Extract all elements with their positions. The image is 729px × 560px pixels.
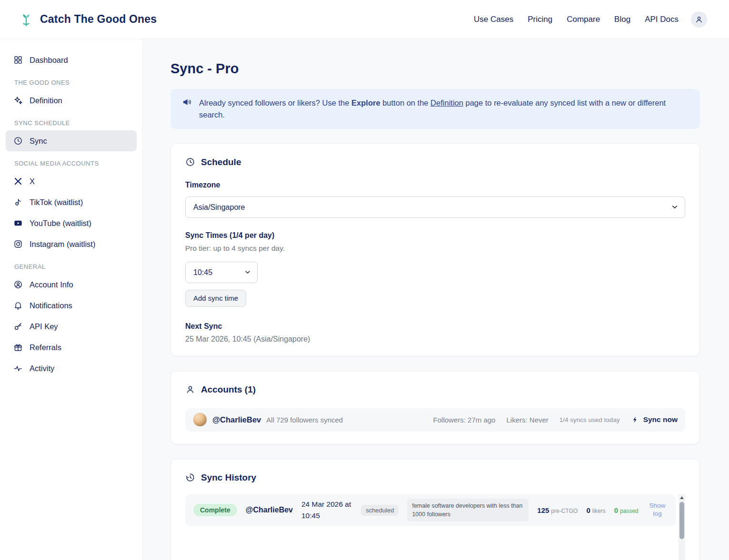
page-title: Sync - Pro bbox=[170, 61, 700, 77]
sidebar-item-label: Definition bbox=[30, 96, 62, 105]
search-query: female software developers with less tha… bbox=[407, 499, 529, 521]
add-sync-time-button[interactable]: Add sync time bbox=[185, 290, 246, 307]
nav-links: Use Cases Pricing Compare Blog API Docs bbox=[474, 15, 679, 24]
brand-title: Catch The Good Ones bbox=[40, 13, 157, 26]
trigger-badge: scheduled bbox=[361, 505, 399, 516]
pre-ctgo-label: pre-CTGO bbox=[551, 508, 578, 514]
show-log-link[interactable]: Show log bbox=[647, 502, 668, 518]
history-row: Complete @CharlieBev 24 Mar 2026 at 10:4… bbox=[185, 494, 676, 526]
sidebar-item-label: Activity bbox=[30, 364, 54, 373]
history-date: 24 Mar 2026 at 10:45 bbox=[301, 499, 352, 521]
sync-history-title: Sync History bbox=[201, 472, 256, 483]
banner-text-bold: Explore bbox=[351, 98, 380, 107]
sidebar-item-label: TikTok (waitlist) bbox=[30, 198, 83, 207]
grid-icon bbox=[13, 55, 23, 65]
triangle-up-icon bbox=[680, 496, 684, 499]
scrollbar-thumb[interactable] bbox=[679, 502, 684, 539]
sidebar-item-youtube[interactable]: YouTube (waitlist) bbox=[6, 213, 137, 234]
accounts-card-header: Accounts (1) bbox=[185, 384, 685, 395]
account-row: @CharlieBev All 729 followers synced Fol… bbox=[185, 408, 685, 432]
timezone-label: Timezone bbox=[185, 181, 685, 189]
sync-now-button[interactable]: Sync now bbox=[631, 415, 678, 424]
banner-text: Already synced followers or likers? Use … bbox=[199, 97, 689, 121]
sidebar-item-dashboard[interactable]: Dashboard bbox=[6, 49, 137, 70]
brand-logo-icon bbox=[19, 12, 33, 27]
sidebar-section-sync-schedule: SYNC SCHEDULE bbox=[6, 111, 137, 130]
sidebar-item-instagram[interactable]: Instagram (waitlist) bbox=[6, 234, 137, 255]
sync-times-label: Sync Times (1/4 per day) bbox=[185, 231, 685, 240]
likers-label: likers bbox=[592, 508, 606, 514]
instagram-icon bbox=[13, 239, 23, 249]
pre-ctgo-stat: 125 pre-CTGO bbox=[537, 506, 578, 514]
history-scrollbar[interactable] bbox=[679, 494, 685, 560]
sidebar-item-tiktok[interactable]: TikTok (waitlist) bbox=[6, 192, 137, 213]
next-sync-value: 25 Mar 2026, 10:45 (Asia/Singapore) bbox=[185, 335, 685, 344]
info-banner: Already synced followers or likers? Use … bbox=[170, 89, 700, 129]
sidebar: Dashboard THE GOOD ONES Definition SYNC … bbox=[0, 39, 143, 560]
timezone-select[interactable]: Asia/Singapore bbox=[185, 196, 685, 218]
nav-link-api-docs[interactable]: API Docs bbox=[645, 15, 679, 24]
sidebar-item-sync[interactable]: Sync bbox=[6, 130, 137, 151]
nav-link-compare[interactable]: Compare bbox=[567, 15, 600, 24]
scrollbar-up-arrow[interactable] bbox=[679, 494, 685, 501]
user-menu-button[interactable] bbox=[691, 11, 707, 28]
sidebar-item-label: Account Info bbox=[30, 280, 73, 289]
nav-link-blog[interactable]: Blog bbox=[614, 15, 630, 24]
sidebar-item-label: Notifications bbox=[30, 301, 72, 310]
history-handle: @CharlieBev bbox=[246, 506, 293, 514]
schedule-card: Schedule Timezone Asia/Singapore Sync Ti… bbox=[170, 143, 700, 356]
pre-ctgo-count: 125 bbox=[537, 506, 549, 514]
schedule-title: Schedule bbox=[201, 157, 241, 167]
sidebar-item-label: Sync bbox=[30, 137, 47, 146]
sidebar-item-api-key[interactable]: API Key bbox=[6, 316, 137, 337]
sidebar-section-social-media-accounts: SOCIAL MEDIA ACCOUNTS bbox=[6, 151, 137, 171]
sync-now-label: Sync now bbox=[643, 415, 678, 424]
sidebar-item-x[interactable]: X bbox=[6, 171, 137, 192]
next-sync-label: Next Sync bbox=[185, 322, 685, 331]
sidebar-item-definition[interactable]: Definition bbox=[6, 90, 137, 111]
followers-status: Followers: 27m ago bbox=[433, 416, 496, 424]
account-row-right: Followers: 27m ago Likers: Never 1/4 syn… bbox=[433, 415, 678, 424]
sync-history-card: Sync History Complete @CharlieBev 24 Mar… bbox=[170, 459, 700, 560]
passed-label: passed bbox=[620, 508, 639, 514]
bolt-icon bbox=[631, 415, 639, 424]
brand[interactable]: Catch The Good Ones bbox=[19, 12, 157, 27]
sidebar-item-label: YouTube (waitlist) bbox=[30, 219, 91, 228]
sidebar-item-label: X bbox=[30, 177, 35, 186]
sidebar-item-referrals[interactable]: Referrals bbox=[6, 337, 137, 358]
person-icon bbox=[695, 15, 703, 24]
definition-link[interactable]: Definition bbox=[430, 98, 463, 107]
sidebar-item-account-info[interactable]: Account Info bbox=[6, 274, 137, 295]
sparkles-icon bbox=[13, 96, 23, 105]
activity-icon bbox=[13, 364, 23, 373]
status-badge: Complete bbox=[193, 504, 237, 516]
youtube-icon bbox=[13, 218, 23, 228]
key-icon bbox=[13, 322, 23, 331]
clock-icon bbox=[185, 157, 195, 167]
likers-count: 0 bbox=[586, 506, 590, 514]
nav-link-pricing[interactable]: Pricing bbox=[528, 15, 552, 24]
avatar bbox=[193, 413, 207, 427]
sidebar-item-activity[interactable]: Activity bbox=[6, 358, 137, 379]
sync-time-select[interactable]: 10:45 bbox=[185, 262, 258, 283]
syncs-usage: 1/4 syncs used today bbox=[559, 416, 620, 423]
sync-history-card-header: Sync History bbox=[185, 472, 685, 483]
sidebar-item-label: Dashboard bbox=[30, 56, 68, 65]
clock-icon bbox=[13, 136, 23, 146]
sidebar-item-label: Referrals bbox=[30, 343, 61, 352]
passed-count: 0 bbox=[614, 506, 618, 514]
history-icon bbox=[185, 472, 195, 482]
synced-status: All 729 followers synced bbox=[266, 416, 343, 424]
sidebar-section-general: GENERAL bbox=[6, 255, 137, 274]
passed-stat: 0 passed bbox=[614, 506, 639, 514]
main-content: Sync - Pro Already synced followers or l… bbox=[143, 39, 729, 560]
person-circle-icon bbox=[13, 280, 23, 289]
account-handle: @CharlieBev bbox=[212, 415, 261, 424]
time-select-wrap: 10:45 bbox=[185, 262, 258, 283]
likers-stat: 0 likers bbox=[586, 506, 605, 514]
sidebar-item-label: API Key bbox=[30, 322, 58, 331]
sidebar-item-notifications[interactable]: Notifications bbox=[6, 295, 137, 316]
history-list: Complete @CharlieBev 24 Mar 2026 at 10:4… bbox=[185, 494, 685, 560]
nav-link-use-cases[interactable]: Use Cases bbox=[474, 15, 513, 24]
accounts-title: Accounts (1) bbox=[201, 384, 256, 395]
